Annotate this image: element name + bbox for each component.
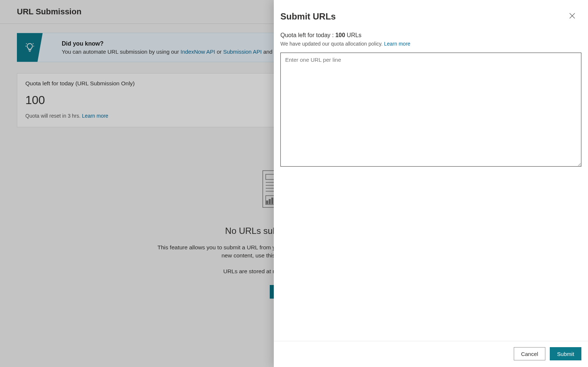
quota-suffix: URLs (345, 32, 361, 38)
url-input-textarea[interactable] (280, 53, 581, 167)
panel-header: Submit URLs (274, 0, 588, 25)
submit-urls-panel: Submit URLs Quota left for today : 100 U… (274, 0, 588, 367)
panel-body: Quota left for today : 100 URLs We have … (274, 25, 588, 341)
policy-text: We have updated our quota allocation pol… (280, 41, 384, 47)
cancel-button[interactable]: Cancel (514, 347, 545, 360)
panel-title: Submit URLs (280, 11, 336, 22)
close-icon (569, 13, 576, 19)
quota-prefix: Quota left for today : (280, 32, 335, 38)
quota-value: 100 (335, 32, 345, 38)
panel-quota-line: Quota left for today : 100 URLs (280, 32, 581, 39)
panel-footer: Cancel Submit (274, 341, 588, 367)
submit-button[interactable]: Submit (550, 347, 581, 360)
close-button[interactable] (567, 11, 577, 22)
policy-learn-more-link[interactable]: Learn more (384, 41, 410, 47)
panel-policy-line: We have updated our quota allocation pol… (280, 41, 581, 47)
